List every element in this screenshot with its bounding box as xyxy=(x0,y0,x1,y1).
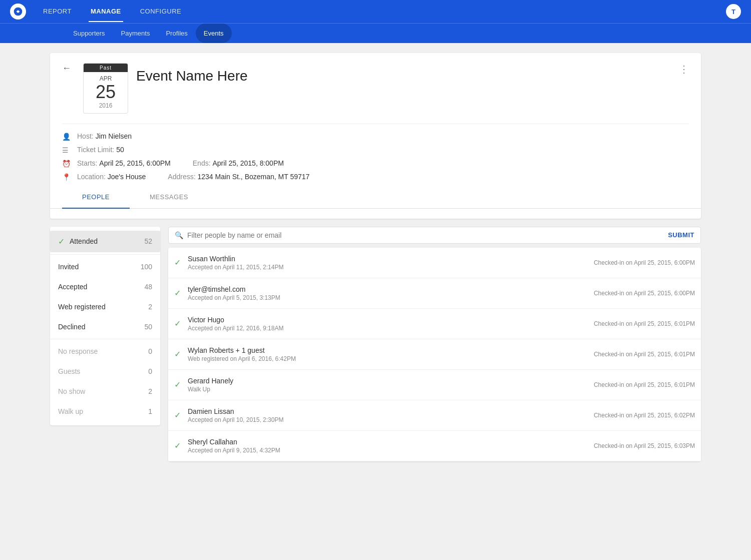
sidebar-item-attended[interactable]: ✓ Attended 52 xyxy=(50,231,160,252)
person-info: Victor Hugo Accepted on April 12, 2016, … xyxy=(188,316,594,332)
sub-nav: Supporters Payments Profiles Events xyxy=(0,23,751,43)
ticket-label: Ticket Limit: xyxy=(77,146,114,154)
person-info: Susan Worthlin Accepted on April 11, 201… xyxy=(188,255,594,271)
person-checkin: Checked-in on April 25, 2015, 6:01PM xyxy=(594,320,695,327)
web-registered-label: Web registered xyxy=(58,303,148,311)
person-info: Wylan Roberts + 1 guest Web registered o… xyxy=(188,346,594,362)
person-info: tyler@timshel.com Accepted on April 5, 2… xyxy=(188,285,594,301)
starts-label: Starts: xyxy=(77,159,97,167)
sidebar-item-no-response[interactable]: No response 0 xyxy=(50,341,160,361)
sidebar-item-guests[interactable]: Guests 0 xyxy=(50,361,160,381)
event-title: Event Name Here xyxy=(136,63,671,84)
ends-value: April 25, 2015, 8:00PM xyxy=(212,159,283,167)
search-icon: 🔍 xyxy=(175,231,183,239)
person-row: ✓ Wylan Roberts + 1 guest Web registered… xyxy=(168,339,701,370)
sidebar-item-accepted[interactable]: Accepted 48 xyxy=(50,277,160,297)
guests-label: Guests xyxy=(58,367,148,375)
location-icon: 📍 xyxy=(62,173,72,181)
top-nav: REPORT MANAGE CONFIGURE T xyxy=(0,0,751,23)
host-value: Jim Nielsen xyxy=(96,132,132,140)
person-name: tyler@timshel.com xyxy=(188,285,594,293)
event-tabs: PEOPLE MESSAGES xyxy=(50,186,701,209)
person-checkin: Checked-in on April 25, 2015, 6:00PM xyxy=(594,259,695,266)
back-button[interactable]: ← xyxy=(62,63,71,74)
person-sub: Web registered on April 6, 2016, 6:42PM xyxy=(188,355,594,362)
subnav-profiles[interactable]: Profiles xyxy=(158,24,195,43)
person-check-icon: ✓ xyxy=(174,319,181,328)
person-name: Wylan Roberts + 1 guest xyxy=(188,346,594,354)
ticket-row: ☰ Ticket Limit: 50 xyxy=(62,146,689,154)
nav-report[interactable]: REPORT xyxy=(41,2,74,22)
ticket-value: 50 xyxy=(116,146,124,154)
tab-messages[interactable]: MESSAGES xyxy=(130,186,208,209)
logo[interactable] xyxy=(10,4,26,20)
no-show-label: No show xyxy=(58,387,148,395)
person-icon: 👤 xyxy=(62,133,72,141)
person-name: Victor Hugo xyxy=(188,316,594,324)
people-rows: ✓ Susan Worthlin Accepted on April 11, 2… xyxy=(168,248,701,461)
person-sub: Walk Up xyxy=(188,386,594,393)
location-label: Location: xyxy=(77,173,106,181)
event-calendar: Past APR 25 2016 xyxy=(83,63,128,114)
people-sidebar: ✓ Attended 52 Invited 100 Accepted 48 We… xyxy=(50,227,160,469)
person-row: ✓ Sheryl Callahan Accepted on April 9, 2… xyxy=(168,431,701,461)
person-check-icon: ✓ xyxy=(174,258,181,267)
subnav-events[interactable]: Events xyxy=(196,24,232,43)
person-check-icon: ✓ xyxy=(174,441,181,450)
nav-manage[interactable]: MANAGE xyxy=(89,2,123,22)
search-bar: 🔍 SUBMIT xyxy=(168,227,701,244)
attended-count: 52 xyxy=(144,237,152,245)
event-year: 2016 xyxy=(84,102,128,109)
tab-people[interactable]: PEOPLE xyxy=(62,186,130,209)
guests-count: 0 xyxy=(148,367,152,375)
subnav-payments[interactable]: Payments xyxy=(113,24,158,43)
address-label: Address: xyxy=(168,173,195,181)
sidebar-item-walk-up[interactable]: Walk up 1 xyxy=(50,401,160,421)
address-value: 1234 Main St., Bozeman, MT 59717 xyxy=(197,173,309,181)
sidebar-item-declined[interactable]: Declined 50 xyxy=(50,317,160,337)
person-checkin: Checked-in on April 25, 2015, 6:02PM xyxy=(594,412,695,419)
people-section: ✓ Attended 52 Invited 100 Accepted 48 We… xyxy=(50,227,701,469)
walk-up-count: 1 xyxy=(148,407,152,415)
sidebar-item-no-show[interactable]: No show 2 xyxy=(50,381,160,401)
nav-configure[interactable]: CONFIGURE xyxy=(138,2,184,22)
clock-icon: ⏰ xyxy=(62,160,72,168)
submit-button[interactable]: SUBMIT xyxy=(668,231,694,239)
check-icon: ✓ xyxy=(58,237,65,246)
invited-label: Invited xyxy=(58,263,141,271)
declined-count: 50 xyxy=(144,323,152,331)
no-response-label: No response xyxy=(58,347,148,355)
person-row: ✓ Susan Worthlin Accepted on April 11, 2… xyxy=(168,248,701,278)
subnav-supporters[interactable]: Supporters xyxy=(65,24,113,43)
person-checkin: Checked-in on April 25, 2015, 6:03PM xyxy=(594,442,695,449)
person-row: ✓ tyler@timshel.com Accepted on April 5,… xyxy=(168,278,701,309)
past-label: Past xyxy=(84,64,128,72)
sidebar-item-invited[interactable]: Invited 100 xyxy=(50,257,160,277)
web-registered-count: 2 xyxy=(148,303,152,311)
search-input[interactable] xyxy=(187,231,668,239)
starts-value: April 25, 2015, 6:00PM xyxy=(99,159,170,167)
sidebar-item-web-registered[interactable]: Web registered 2 xyxy=(50,297,160,317)
person-info: Gerard Hanely Walk Up xyxy=(188,377,594,393)
person-sub: Accepted on April 12, 2016, 9:18AM xyxy=(188,325,594,332)
host-label: Host: xyxy=(77,132,94,140)
person-row: ✓ Damien Lissan Accepted on April 10, 20… xyxy=(168,400,701,431)
location-row: 📍 Location: Joe's House Address: 1234 Ma… xyxy=(62,173,689,181)
location-value: Joe's House xyxy=(108,173,146,181)
person-info: Sheryl Callahan Accepted on April 9, 201… xyxy=(188,438,594,454)
declined-label: Declined xyxy=(58,323,144,331)
people-rows-card: ✓ Susan Worthlin Accepted on April 11, 2… xyxy=(168,248,701,461)
person-name: Damien Lissan xyxy=(188,407,594,415)
event-day: 25 xyxy=(84,82,128,102)
user-avatar[interactable]: T xyxy=(726,4,741,19)
person-sub: Accepted on April 10, 2015, 2:30PM xyxy=(188,416,594,423)
person-checkin: Checked-in on April 25, 2015, 6:01PM xyxy=(594,381,695,388)
event-details: 👤 Host: Jim Nielsen ☰ Ticket Limit: 50 ⏰… xyxy=(62,124,689,181)
no-show-count: 2 xyxy=(148,387,152,395)
person-name: Susan Worthlin xyxy=(188,255,594,263)
person-name: Sheryl Callahan xyxy=(188,438,594,446)
accepted-label: Accepted xyxy=(58,283,144,291)
more-options-button[interactable]: ⋮ xyxy=(679,63,689,75)
invited-count: 100 xyxy=(141,263,152,271)
person-check-icon: ✓ xyxy=(174,380,181,389)
